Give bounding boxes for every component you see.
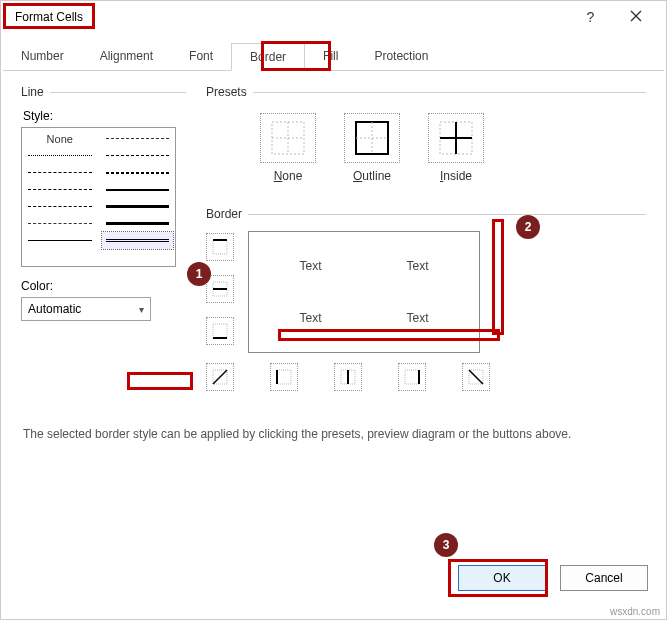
tab-protection[interactable]: Protection bbox=[356, 43, 446, 70]
line-group: Line Style: None bbox=[21, 85, 186, 321]
ok-button[interactable]: OK bbox=[458, 565, 546, 591]
line-style-8[interactable] bbox=[102, 130, 174, 147]
preset-outline-button[interactable] bbox=[344, 113, 400, 163]
tab-border[interactable]: Border bbox=[231, 43, 305, 71]
line-style-list[interactable]: None bbox=[21, 127, 176, 267]
border-preview[interactable]: Text Text Text Text bbox=[248, 231, 480, 353]
border-diag-up-icon bbox=[211, 368, 229, 386]
style-label: Style: bbox=[23, 109, 186, 123]
border-diag-down-button[interactable] bbox=[462, 363, 490, 391]
right-section: Presets None Outline bbox=[206, 85, 646, 405]
preset-outline-label: Outline bbox=[344, 169, 400, 183]
preset-inside-button[interactable] bbox=[428, 113, 484, 163]
border-hmid-button[interactable] bbox=[206, 275, 234, 303]
svg-rect-17 bbox=[277, 370, 291, 384]
format-cells-dialog: Format Cells ? Number Alignment Font Bor… bbox=[0, 0, 667, 620]
presets-group-label: Presets bbox=[206, 85, 253, 99]
border-diag-down-icon bbox=[467, 368, 485, 386]
line-style-5[interactable] bbox=[24, 215, 96, 232]
svg-rect-9 bbox=[213, 240, 227, 254]
tab-fill[interactable]: Fill bbox=[305, 43, 356, 70]
color-label: Color: bbox=[21, 279, 186, 293]
tab-font[interactable]: Font bbox=[171, 43, 231, 70]
border-top-button[interactable] bbox=[206, 233, 234, 261]
border-left-icon bbox=[275, 368, 293, 386]
svg-line-16 bbox=[213, 370, 227, 384]
border-vmid-button[interactable] bbox=[334, 363, 362, 391]
border-bottom-button[interactable] bbox=[206, 317, 234, 345]
border-left-button[interactable] bbox=[270, 363, 298, 391]
line-style-12[interactable] bbox=[102, 198, 174, 215]
preview-cell: Text bbox=[364, 292, 471, 344]
preset-none-button[interactable] bbox=[260, 113, 316, 163]
preset-inside[interactable]: Inside bbox=[428, 113, 484, 183]
cancel-button[interactable]: Cancel bbox=[560, 565, 648, 591]
dialog-button-bar: OK Cancel bbox=[458, 565, 648, 591]
svg-rect-21 bbox=[405, 370, 419, 384]
line-style-11[interactable] bbox=[102, 181, 174, 198]
border-vmid-icon bbox=[339, 368, 357, 386]
svg-rect-13 bbox=[213, 324, 227, 338]
border-group: Border Text Text Text Text bbox=[206, 207, 646, 391]
border-diag-up-button[interactable] bbox=[206, 363, 234, 391]
line-style-1[interactable] bbox=[24, 147, 96, 164]
close-button[interactable] bbox=[613, 4, 658, 30]
line-style-none[interactable]: None bbox=[24, 130, 96, 147]
preset-inside-label: Inside bbox=[428, 169, 484, 183]
chevron-down-icon: ▾ bbox=[139, 304, 144, 315]
hint-text: The selected border style can be applied… bbox=[23, 427, 644, 441]
tab-number[interactable]: Number bbox=[3, 43, 82, 70]
tab-alignment[interactable]: Alignment bbox=[82, 43, 171, 70]
preset-none-icon bbox=[271, 121, 305, 155]
tab-content: Line Style: None bbox=[1, 71, 666, 455]
preview-cell: Text bbox=[257, 292, 364, 344]
border-right-icon bbox=[403, 368, 421, 386]
line-style-double[interactable] bbox=[102, 232, 174, 249]
dialog-title: Format Cells bbox=[9, 8, 89, 26]
annotation-badge-3: 3 bbox=[434, 533, 458, 557]
border-group-label: Border bbox=[206, 207, 248, 221]
preset-outline[interactable]: Outline bbox=[344, 113, 400, 183]
line-style-4[interactable] bbox=[24, 198, 96, 215]
preset-none[interactable]: None bbox=[260, 113, 316, 183]
color-value: Automatic bbox=[28, 302, 81, 316]
line-style-3[interactable] bbox=[24, 181, 96, 198]
preset-none-label: None bbox=[260, 169, 316, 183]
border-right-button[interactable] bbox=[398, 363, 426, 391]
line-style-6[interactable] bbox=[24, 232, 96, 249]
tab-strip: Number Alignment Font Border Fill Protec… bbox=[3, 43, 664, 71]
line-style-9[interactable] bbox=[102, 147, 174, 164]
line-group-label: Line bbox=[21, 85, 50, 99]
close-icon bbox=[630, 10, 642, 22]
line-section: Line Style: None bbox=[21, 85, 186, 405]
svg-line-24 bbox=[469, 370, 483, 384]
preset-inside-icon bbox=[439, 121, 473, 155]
color-dropdown[interactable]: Automatic ▾ bbox=[21, 297, 151, 321]
border-hmid-icon bbox=[211, 280, 229, 298]
line-style-2[interactable] bbox=[24, 164, 96, 181]
help-button[interactable]: ? bbox=[568, 4, 613, 30]
border-bottom-icon bbox=[211, 322, 229, 340]
preview-cell: Text bbox=[364, 240, 471, 292]
line-style-10[interactable] bbox=[102, 164, 174, 181]
border-top-icon bbox=[211, 238, 229, 256]
titlebar: Format Cells ? bbox=[1, 1, 666, 33]
line-style-13[interactable] bbox=[102, 215, 174, 232]
preview-cell: Text bbox=[257, 240, 364, 292]
presets-group: Presets None Outline bbox=[206, 85, 646, 193]
watermark: wsxdn.com bbox=[610, 606, 660, 617]
preset-outline-icon bbox=[355, 121, 389, 155]
